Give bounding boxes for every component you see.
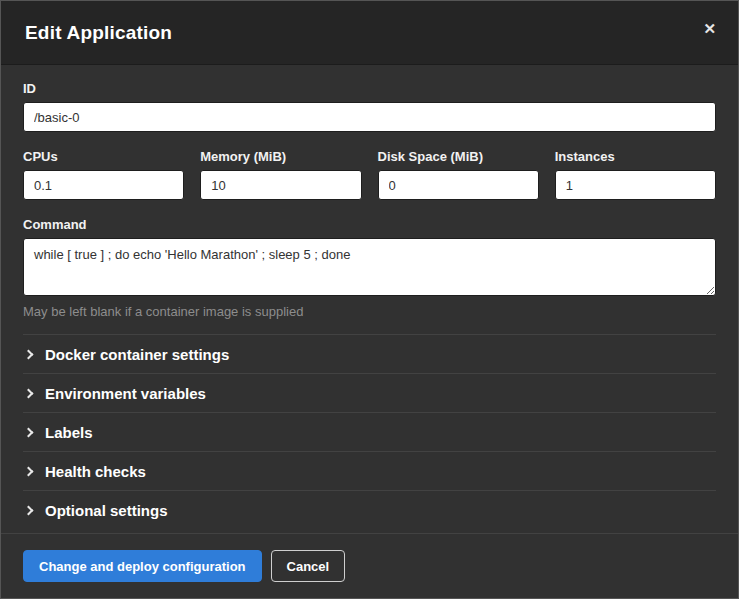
section-label: Health checks xyxy=(45,463,146,480)
section-labels[interactable]: Labels xyxy=(23,412,716,451)
cpus-input[interactable] xyxy=(23,170,184,200)
modal-header: Edit Application ✕ xyxy=(1,1,738,65)
modal-body: ID CPUs Memory (MiB) Disk Space (MiB) In… xyxy=(1,65,738,533)
instances-input[interactable] xyxy=(555,170,716,200)
command-input[interactable]: while [ true ] ; do echo 'Hello Marathon… xyxy=(23,238,716,296)
id-label: ID xyxy=(23,81,716,96)
instances-label: Instances xyxy=(555,149,716,164)
close-icon[interactable]: ✕ xyxy=(699,17,720,40)
section-environment-variables[interactable]: Environment variables xyxy=(23,373,716,412)
memory-label: Memory (MiB) xyxy=(200,149,361,164)
command-help-text: May be left blank if a container image i… xyxy=(23,304,716,319)
modal-footer: Change and deploy configuration Cancel xyxy=(1,533,738,598)
disk-space-label: Disk Space (MiB) xyxy=(378,149,539,164)
chevron-right-icon xyxy=(24,349,34,359)
cpus-label: CPUs xyxy=(23,149,184,164)
chevron-right-icon xyxy=(24,388,34,398)
change-and-deploy-button[interactable]: Change and deploy configuration xyxy=(23,550,262,582)
command-field-group: Command while [ true ] ; do echo 'Hello … xyxy=(23,217,716,319)
instances-field-group: Instances xyxy=(555,149,716,200)
collapsible-sections: Docker container settings Environment va… xyxy=(23,334,716,529)
chevron-right-icon xyxy=(24,466,34,476)
section-docker-container-settings[interactable]: Docker container settings xyxy=(23,334,716,373)
section-label: Environment variables xyxy=(45,385,206,402)
cancel-button[interactable]: Cancel xyxy=(271,550,346,582)
id-input[interactable] xyxy=(23,102,716,132)
disk-space-input[interactable] xyxy=(378,170,539,200)
edit-application-modal: Edit Application ✕ ID CPUs Memory (MiB) … xyxy=(0,0,739,599)
disk-space-field-group: Disk Space (MiB) xyxy=(378,149,539,200)
id-field-group: ID xyxy=(23,81,716,132)
modal-title: Edit Application xyxy=(25,22,172,44)
section-label: Docker container settings xyxy=(45,346,229,363)
memory-field-group: Memory (MiB) xyxy=(200,149,361,200)
section-health-checks[interactable]: Health checks xyxy=(23,451,716,490)
resources-row: CPUs Memory (MiB) Disk Space (MiB) Insta… xyxy=(23,149,716,200)
chevron-right-icon xyxy=(24,427,34,437)
chevron-right-icon xyxy=(24,505,34,515)
cpus-field-group: CPUs xyxy=(23,149,184,200)
section-label: Labels xyxy=(45,424,93,441)
section-label: Optional settings xyxy=(45,502,168,519)
section-optional-settings[interactable]: Optional settings xyxy=(23,490,716,529)
memory-input[interactable] xyxy=(200,170,361,200)
command-label: Command xyxy=(23,217,716,232)
